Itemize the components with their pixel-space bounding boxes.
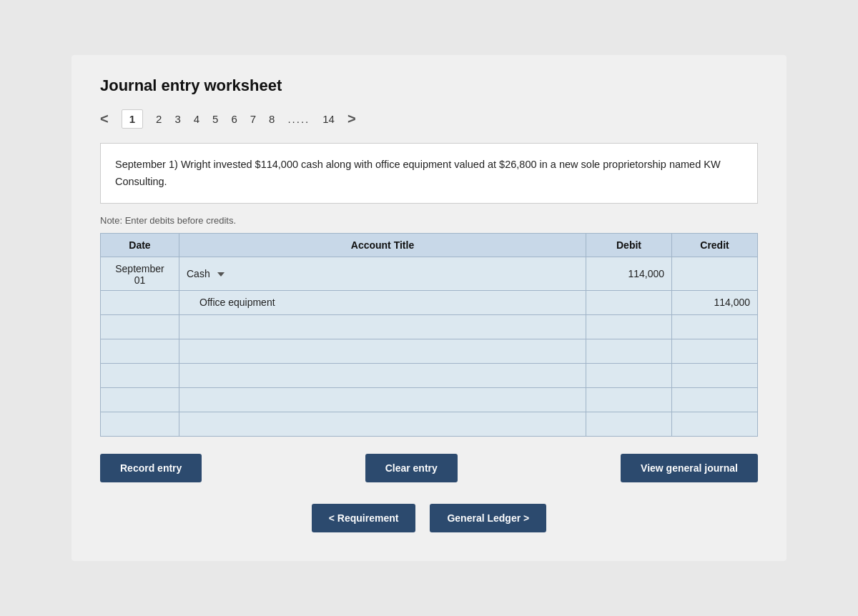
date-cell-4 [101,339,179,363]
record-entry-button[interactable]: Record entry [100,454,202,482]
page-6[interactable]: 6 [231,113,237,125]
table-row [101,339,758,363]
account-cell-5[interactable] [179,363,586,387]
main-container: Journal entry worksheet < 1 2 3 4 5 6 7 … [72,55,786,560]
account-name-1: Cash [187,268,210,279]
note-text: Note: Enter debits before credits. [100,215,758,226]
page-3[interactable]: 3 [174,113,180,125]
page-8[interactable]: 8 [269,113,275,125]
date-cell-1: September01 [101,257,179,290]
date-cell-6 [101,387,179,412]
account-name-2: Office equipment [199,297,275,308]
buttons-row: Record entry Clear entry View general jo… [100,454,758,482]
date-cell-7 [101,412,179,436]
credit-cell-7[interactable] [672,412,758,436]
page-dots: ..... [287,113,310,125]
credit-cell-5[interactable] [672,363,758,387]
credit-cell-1[interactable] [672,257,758,290]
clear-entry-button[interactable]: Clear entry [365,454,458,482]
next-arrow[interactable]: > [347,111,356,127]
debit-cell-7[interactable] [586,412,672,436]
dropdown-icon-1[interactable] [217,272,225,277]
description-text: September 1) Wright invested $114,000 ca… [115,159,721,187]
page-14[interactable]: 14 [322,113,335,125]
debit-cell-3[interactable] [586,314,672,339]
page-2[interactable]: 2 [156,113,162,125]
account-cell-1[interactable]: Cash [179,257,586,290]
account-cell-6[interactable] [179,387,586,412]
table-row [101,363,758,387]
account-cell-4[interactable] [179,339,586,363]
account-cell-2[interactable]: Office equipment [179,290,586,314]
debit-cell-2[interactable] [586,290,672,314]
table-row [101,314,758,339]
col-credit: Credit [672,233,758,257]
pagination: < 1 2 3 4 5 6 7 8 ..... 14 > [100,109,758,129]
page-5[interactable]: 5 [212,113,218,125]
view-general-journal-button[interactable]: View general journal [621,454,758,482]
credit-cell-6[interactable] [672,387,758,412]
debit-cell-5[interactable] [586,363,672,387]
table-row: September01 Cash 114,000 [101,257,758,290]
date-cell-5 [101,363,179,387]
requirement-button[interactable]: < Requirement [312,504,416,532]
table-row [101,412,758,436]
general-ledger-button[interactable]: General Ledger > [430,504,546,532]
journal-table: Date Account Title Debit Credit Septembe… [100,233,758,437]
col-debit: Debit [586,233,672,257]
account-cell-3[interactable] [179,314,586,339]
debit-cell-6[interactable] [586,387,672,412]
bottom-nav: < Requirement General Ledger > [100,504,758,532]
col-date: Date [101,233,179,257]
credit-cell-4[interactable] [672,339,758,363]
debit-cell-1[interactable]: 114,000 [586,257,672,290]
table-row [101,387,758,412]
page-7[interactable]: 7 [250,113,256,125]
col-account: Account Title [179,233,586,257]
credit-cell-3[interactable] [672,314,758,339]
table-row: Office equipment 114,000 [101,290,758,314]
date-cell-2 [101,290,179,314]
page-4[interactable]: 4 [194,113,199,125]
prev-arrow[interactable]: < [100,111,109,127]
description-box: September 1) Wright invested $114,000 ca… [100,143,758,203]
page-title: Journal entry worksheet [100,76,758,95]
date-cell-3 [101,314,179,339]
page-1[interactable]: 1 [122,109,143,129]
credit-cell-2[interactable]: 114,000 [672,290,758,314]
debit-cell-4[interactable] [586,339,672,363]
account-cell-7[interactable] [179,412,586,436]
